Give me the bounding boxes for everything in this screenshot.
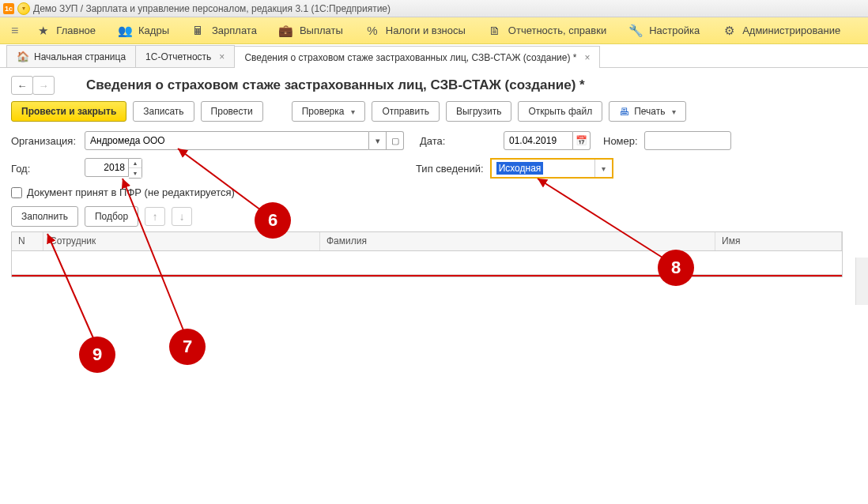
content: ← → Сведения о страховом стаже застрахов… xyxy=(0,68,868,504)
col-lastname[interactable]: Фамилия xyxy=(320,232,715,250)
year-input[interactable] xyxy=(85,158,129,177)
page-title: Сведения о страховом стаже застрахованны… xyxy=(86,77,585,93)
callout-9: 9 xyxy=(79,337,115,373)
year-label: Год: xyxy=(11,163,78,175)
doc-accepted-row: Документ принят в ПФР (не редактируется) xyxy=(11,186,857,198)
menu-admin-label: Администрирование xyxy=(742,24,840,36)
year-spinner: ▲ ▼ xyxy=(129,158,142,179)
app-icon: 1c xyxy=(3,3,14,14)
col-n[interactable]: N xyxy=(12,232,43,250)
date-input-group: 📅 xyxy=(504,131,591,150)
year-up-button[interactable]: ▲ xyxy=(129,159,142,168)
calculator-icon: 🖩 xyxy=(191,24,206,38)
menu-reports-label: Отчетность, справки xyxy=(508,24,606,36)
gear-icon: ⚙ xyxy=(722,24,736,38)
menu-salary[interactable]: 🖩Зарплата xyxy=(180,17,268,44)
org-label: Организация: xyxy=(11,135,78,147)
menu-taxes[interactable]: %Налоги и взносы xyxy=(354,17,477,44)
fill-button[interactable]: Заполнить xyxy=(11,206,78,227)
wallet-icon: 💼 xyxy=(279,24,293,38)
menu-payments[interactable]: 💼Выплаты xyxy=(268,17,354,44)
vertical-scrollbar[interactable] xyxy=(855,258,868,305)
menu-admin[interactable]: ⚙Администрирование xyxy=(711,17,851,44)
type-dropdown-button[interactable]: ▾ xyxy=(594,160,612,177)
move-down-button[interactable]: ↓ xyxy=(172,207,192,226)
menu-payments-label: Выплаты xyxy=(300,24,343,36)
callout-8: 8 xyxy=(658,250,694,286)
menu-reports[interactable]: 🗎Отчетность, справки xyxy=(477,17,617,44)
post-button[interactable]: Провести xyxy=(201,101,263,122)
check-button[interactable]: Проверка xyxy=(292,101,366,122)
menu-settings[interactable]: 🔧Настройка xyxy=(617,17,711,44)
save-button[interactable]: Записать xyxy=(133,101,194,122)
move-up-button[interactable]: ↑ xyxy=(145,207,165,226)
menu-settings-label: Настройка xyxy=(649,24,700,36)
year-input-group: ▲ ▼ xyxy=(85,158,142,179)
title-bar: 1c ▾ Демо ЗУП / Зарплата и управление пе… xyxy=(0,0,868,17)
post-and-close-button[interactable]: Провести и закрыть xyxy=(11,101,126,122)
date-input[interactable] xyxy=(504,131,573,150)
chevron-down-icon xyxy=(349,106,355,117)
number-input[interactable] xyxy=(644,131,731,150)
app-menu-dropdown[interactable]: ▾ xyxy=(17,2,30,15)
tab-home-label: Начальная страница xyxy=(34,51,126,62)
action-toolbar: Провести и закрыть Записать Провести Про… xyxy=(11,101,857,122)
doc-accepted-checkbox[interactable] xyxy=(11,187,22,198)
wrench-icon: 🔧 xyxy=(628,24,643,38)
menu-taxes-label: Налоги и взносы xyxy=(386,24,466,36)
menu-main[interactable]: ★Главное xyxy=(25,17,107,44)
org-dropdown-button[interactable]: ▾ xyxy=(369,131,387,150)
export-button[interactable]: Выгрузить xyxy=(446,101,512,122)
save-label: Записать xyxy=(143,106,183,117)
type-select-value: Исходная xyxy=(492,160,594,177)
tab-1c-report[interactable]: 1С-Отчетность× xyxy=(135,45,235,67)
main-menu: ≡ ★Главное 👥Кадры 🖩Зарплата 💼Выплаты %На… xyxy=(0,17,868,44)
burger-icon[interactable]: ≡ xyxy=(5,24,25,38)
callout-7: 7 xyxy=(169,329,206,365)
menu-hr-label: Кадры xyxy=(138,24,169,36)
print-button[interactable]: 🖶Печать xyxy=(609,101,686,122)
tab-1c-report-label: 1С-Отчетность xyxy=(145,51,211,62)
document-icon: 🗎 xyxy=(488,24,502,38)
org-open-button[interactable]: ▢ xyxy=(387,131,404,150)
percent-icon: % xyxy=(365,24,379,38)
grid-body[interactable] xyxy=(12,251,842,275)
calendar-button[interactable]: 📅 xyxy=(573,131,591,150)
tab-szv-stazh[interactable]: Сведения о страховом стаже застрахованны… xyxy=(234,46,600,68)
export-label: Выгрузить xyxy=(456,106,502,117)
type-select[interactable]: Исходная ▾ xyxy=(490,158,613,179)
close-icon[interactable]: × xyxy=(219,51,225,62)
nav-forward-button[interactable]: → xyxy=(32,76,55,95)
print-label: Печать xyxy=(634,106,665,117)
date-label: Дата: xyxy=(420,135,451,147)
check-label: Проверка xyxy=(302,106,345,117)
close-icon[interactable]: × xyxy=(584,52,590,63)
people-icon: 👥 xyxy=(118,24,132,38)
col-name[interactable]: Имя xyxy=(715,232,842,250)
open-file-label: Открыть файл xyxy=(528,106,592,117)
nav-back-button[interactable]: ← xyxy=(11,76,33,95)
star-icon: ★ xyxy=(36,24,50,38)
home-icon: 🏠 xyxy=(17,51,29,62)
menu-main-label: Главное xyxy=(56,24,96,36)
org-input[interactable] xyxy=(85,131,369,150)
pick-button[interactable]: Подбор xyxy=(85,206,138,227)
type-value-text: Исходная xyxy=(496,162,544,175)
number-label: Номер: xyxy=(603,135,638,147)
grid-header: N Сотрудник Фамилия Имя xyxy=(12,232,842,251)
grid-active-line xyxy=(12,275,842,276)
send-button[interactable]: Отправить xyxy=(372,101,440,122)
print-icon: 🖶 xyxy=(619,106,629,118)
open-file-button[interactable]: Открыть файл xyxy=(518,101,602,122)
doc-accepted-label: Документ принят в ПФР (не редактируется) xyxy=(27,186,235,198)
year-down-button[interactable]: ▼ xyxy=(129,168,142,178)
tab-szv-stazh-label: Сведения о страховом стаже застрахованны… xyxy=(244,52,576,63)
post-and-close-label: Провести и закрыть xyxy=(21,106,116,117)
type-label: Тип сведений: xyxy=(416,163,484,175)
callout-6: 6 xyxy=(255,202,291,239)
employee-grid: N Сотрудник Фамилия Имя xyxy=(11,231,843,277)
fill-label: Заполнить xyxy=(21,211,68,222)
menu-hr[interactable]: 👥Кадры xyxy=(107,17,180,44)
tab-home[interactable]: 🏠Начальная страница xyxy=(6,45,136,67)
org-input-group: ▾ ▢ xyxy=(85,131,404,150)
